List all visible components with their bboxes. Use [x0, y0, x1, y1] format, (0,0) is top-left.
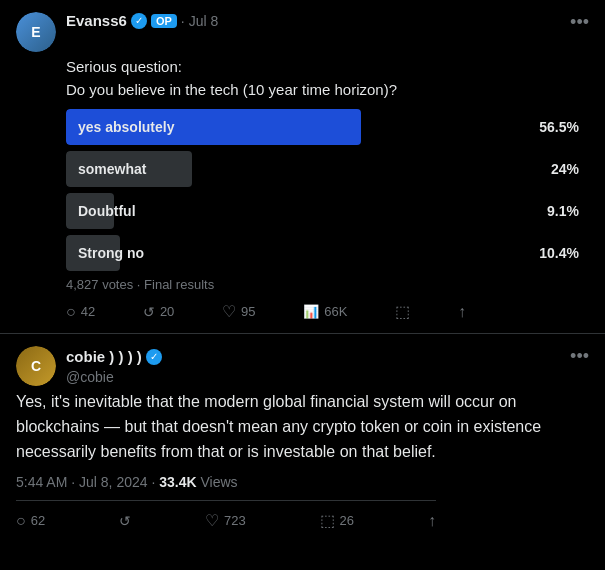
reply-icon-1: ○ — [66, 303, 76, 321]
poll-option-2-pct: 24% — [551, 161, 579, 177]
poll-option-2[interactable]: somewhat 24% — [66, 151, 589, 187]
tweet1-question: Serious question: Do you believe in the … — [66, 56, 589, 101]
bookmark-button-1[interactable]: ⬚ — [395, 302, 410, 321]
avatar-2[interactable]: C — [16, 346, 56, 386]
poll-option-3-pct: 9.1% — [547, 203, 579, 219]
reply-icon-2: ○ — [16, 512, 26, 530]
tweet1-handle: · — [181, 13, 185, 29]
tweet1-actions: ○ 42 ↺ 20 ♡ 95 📊 66K ⬚ ↑ — [66, 302, 466, 321]
tweet1-date: Jul 8 — [189, 13, 219, 29]
tweet1-meta: Evanss6 ✓ OP · Jul 8 — [66, 12, 560, 29]
like-icon-2: ♡ — [205, 511, 219, 530]
tweet2-timestamp: 5:44 AM · Jul 8, 2024 · 33.4K Views — [16, 474, 589, 490]
verified-icon-1: ✓ — [131, 13, 147, 29]
poll: yes absolutely 56.5% somewhat 24% Doubtf… — [66, 109, 589, 292]
tweet-1: E Evanss6 ✓ OP · Jul 8 ••• Serious quest… — [0, 0, 605, 334]
bookmark-icon-2: ⬚ — [320, 511, 335, 530]
more-options-button-2[interactable]: ••• — [570, 346, 589, 367]
tweet2-meta-block: cobie ) ) ) ) ✓ ••• @cobie — [66, 346, 589, 385]
reply-button-2[interactable]: ○ 62 — [16, 512, 45, 530]
share-button-2[interactable]: ↑ — [428, 512, 436, 530]
retweet-icon-2: ↺ — [119, 513, 131, 529]
bookmark-button-2[interactable]: ⬚ 26 — [320, 511, 354, 530]
bookmark-icon-1: ⬚ — [395, 302, 410, 321]
like-icon-1: ♡ — [222, 302, 236, 321]
poll-option-4[interactable]: Strong no 10.4% — [66, 235, 589, 271]
tweet2-meta-row: cobie ) ) ) ) ✓ ••• — [66, 346, 589, 367]
views-button-1[interactable]: 📊 66K — [303, 304, 347, 319]
poll-option-1-label: yes absolutely — [66, 119, 175, 135]
tweet2-body: Yes, it's inevitable that the modern glo… — [16, 390, 589, 464]
tweet2-header: C cobie ) ) ) ) ✓ ••• @cobie — [16, 346, 589, 386]
avatar-1[interactable]: E — [16, 12, 56, 52]
tweet2-actions: ○ 62 ↺ ♡ 723 ⬚ 26 ↑ — [16, 500, 436, 530]
tweet2-username[interactable]: cobie ) ) ) ) — [66, 348, 142, 365]
poll-option-4-pct: 10.4% — [539, 245, 579, 261]
verified-icon-2: ✓ — [146, 349, 162, 365]
poll-option-3-label: Doubtful — [66, 203, 136, 219]
tweet2-handle: @cobie — [66, 369, 589, 385]
avatar-image-2: C — [16, 346, 56, 386]
share-button-1[interactable]: ↑ — [458, 303, 466, 321]
retweet-icon-1: ↺ — [143, 304, 155, 320]
tweet1-username[interactable]: Evanss6 — [66, 12, 127, 29]
poll-footer: 4,827 votes · Final results — [66, 277, 589, 292]
retweet-button-2[interactable]: ↺ — [119, 513, 131, 529]
share-icon-1: ↑ — [458, 303, 466, 321]
avatar-image-1: E — [16, 12, 56, 52]
tweet-2: C cobie ) ) ) ) ✓ ••• @cobie Yes, it's i… — [0, 334, 605, 542]
tweet1-content: Serious question: Do you believe in the … — [66, 56, 589, 321]
poll-option-1[interactable]: yes absolutely 56.5% — [66, 109, 589, 145]
op-badge: OP — [151, 14, 177, 28]
views-icon-1: 📊 — [303, 304, 319, 319]
poll-option-1-pct: 56.5% — [539, 119, 579, 135]
poll-option-4-label: Strong no — [66, 245, 144, 261]
poll-option-2-label: somewhat — [66, 161, 146, 177]
reply-button-1[interactable]: ○ 42 — [66, 303, 95, 321]
like-button-1[interactable]: ♡ 95 — [222, 302, 255, 321]
share-icon-2: ↑ — [428, 512, 436, 530]
more-options-button-1[interactable]: ••• — [570, 12, 589, 33]
retweet-button-1[interactable]: ↺ 20 — [143, 304, 174, 320]
poll-option-3[interactable]: Doubtful 9.1% — [66, 193, 589, 229]
like-button-2[interactable]: ♡ 723 — [205, 511, 246, 530]
